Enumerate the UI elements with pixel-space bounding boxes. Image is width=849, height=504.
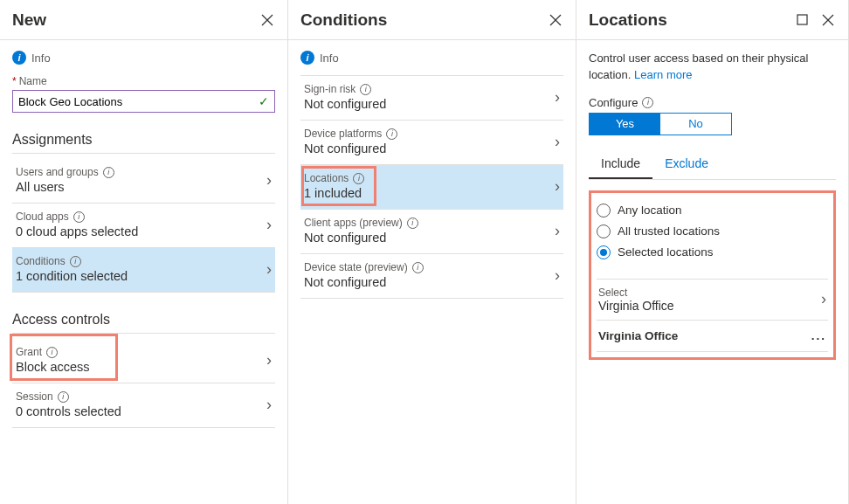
cloud-apps-row[interactable]: Cloud appsi 0 cloud apps selected › — [12, 204, 275, 248]
chevron-right-icon: › — [555, 177, 560, 196]
radio-trusted-locations[interactable]: All trusted locations — [597, 221, 828, 242]
session-label: Session — [16, 390, 53, 403]
cloud-value: 0 cloud apps selected — [16, 224, 138, 238]
info-icon: i — [386, 128, 397, 140]
chevron-right-icon: › — [266, 396, 272, 414]
location-name: Virginia Office — [598, 329, 678, 342]
signin-risk-row[interactable]: Sign-in riski Not configured › — [300, 75, 563, 121]
chevron-right-icon: › — [555, 266, 560, 285]
access-controls-heading: Access controls — [12, 312, 275, 334]
locations-description: Control user access based on their physi… — [589, 51, 836, 84]
info-row[interactable]: i Info — [12, 51, 275, 65]
grant-label: Grant — [16, 346, 42, 358]
include-exclude-tabs: Include Exclude — [589, 149, 836, 180]
info-icon: i — [103, 167, 114, 178]
chevron-right-icon: › — [555, 133, 560, 151]
panel-title: Conditions — [300, 10, 387, 30]
info-icon: i — [58, 391, 69, 403]
chevron-right-icon: › — [266, 216, 272, 234]
location-options-highlight: Any location All trusted locations Selec… — [589, 190, 836, 360]
conditions-value: 1 condition selected — [16, 269, 128, 283]
device-value: Not configured — [304, 142, 397, 155]
check-icon: ✓ — [259, 94, 269, 108]
chevron-right-icon: › — [266, 171, 272, 190]
assignments-heading: Assignments — [12, 132, 275, 154]
radio-icon — [597, 245, 611, 259]
locations-label: Locations — [304, 172, 349, 184]
radio-label: All trusted locations — [618, 224, 720, 238]
users-label: Users and groups — [16, 166, 99, 178]
radio-any-location[interactable]: Any location — [597, 200, 828, 221]
locations-value: 1 included — [304, 186, 364, 200]
panel-header: Locations — [576, 0, 848, 40]
name-label: *Name — [12, 75, 275, 87]
users-value: All users — [16, 180, 114, 194]
info-icon: i — [46, 347, 58, 358]
chevron-right-icon: › — [555, 88, 560, 107]
conditions-row[interactable]: Conditionsi 1 condition selected › — [12, 248, 275, 293]
tab-include[interactable]: Include — [589, 149, 652, 179]
name-input-wrap[interactable]: ✓ — [12, 90, 275, 113]
info-icon: i — [70, 256, 81, 267]
configure-label: Configure — [589, 96, 638, 109]
chevron-right-icon: › — [555, 222, 560, 240]
users-groups-row[interactable]: Users and groupsi All users › — [12, 159, 275, 204]
configure-toggle[interactable]: Yes No — [589, 113, 732, 135]
cloud-label: Cloud apps — [16, 211, 69, 223]
radio-selected-locations[interactable]: Selected locations — [597, 242, 828, 263]
panel-locations: Locations Control user access based on t… — [576, 0, 849, 504]
radio-label: Any location — [618, 204, 682, 217]
state-value: Not configured — [304, 275, 424, 289]
panel-header: New — [0, 0, 287, 40]
location-entry: Virginia Office ... — [597, 321, 828, 352]
close-icon[interactable] — [259, 12, 275, 28]
device-platforms-row[interactable]: Device platformsi Not configured › — [300, 121, 563, 165]
toggle-no[interactable]: No — [660, 114, 731, 135]
conditions-label: Conditions — [16, 255, 66, 267]
toggle-yes[interactable]: Yes — [590, 114, 660, 135]
close-icon[interactable] — [820, 12, 836, 28]
select-label: Select — [598, 287, 674, 299]
client-value: Not configured — [304, 231, 418, 245]
info-icon: i — [407, 217, 418, 229]
grant-value: Block access — [16, 360, 90, 374]
close-icon[interactable] — [548, 12, 563, 28]
more-icon[interactable]: ... — [811, 329, 842, 342]
info-icon: i — [353, 173, 364, 184]
info-icon: i — [300, 51, 314, 65]
signin-label: Sign-in risk — [304, 83, 355, 95]
panel-title: Locations — [589, 10, 667, 30]
client-apps-row[interactable]: Client apps (preview)i Not configured › — [300, 210, 563, 254]
select-location-row[interactable]: Select Virginia Office › — [597, 279, 828, 321]
name-input[interactable] — [18, 95, 259, 108]
session-row[interactable]: Sessioni 0 controls selected › — [12, 383, 275, 428]
chevron-right-icon: › — [821, 290, 842, 308]
tab-exclude[interactable]: Exclude — [652, 149, 721, 179]
client-label: Client apps (preview) — [304, 217, 403, 229]
info-icon: i — [12, 51, 26, 65]
radio-icon — [597, 204, 611, 217]
panel-new: New i Info *Name ✓ Assignments Users and… — [0, 0, 288, 504]
info-icon: i — [360, 84, 371, 95]
info-icon: i — [642, 97, 653, 108]
panel-header: Conditions — [288, 0, 576, 40]
device-state-row[interactable]: Device state (preview)i Not configured › — [300, 254, 563, 299]
info-label: Info — [320, 52, 339, 65]
panel-title: New — [12, 10, 46, 30]
grant-row[interactable]: Granti Block access › — [12, 339, 275, 383]
info-label: Info — [31, 52, 51, 65]
radio-icon — [597, 224, 611, 238]
learn-more-link[interactable]: Learn more — [634, 68, 692, 81]
panel-conditions: Conditions i Info Sign-in riski Not conf… — [288, 0, 576, 504]
radio-label: Selected locations — [618, 245, 714, 259]
info-icon: i — [73, 211, 85, 223]
select-value: Virginia Office — [598, 299, 674, 313]
info-row[interactable]: i Info — [300, 51, 563, 65]
info-icon: i — [412, 262, 424, 273]
svg-rect-0 — [797, 15, 807, 24]
signin-value: Not configured — [304, 97, 386, 111]
maximize-icon[interactable] — [794, 12, 810, 28]
locations-row[interactable]: Locationsi 1 included › — [300, 165, 563, 210]
session-value: 0 controls selected — [16, 404, 121, 418]
state-label: Device state (preview) — [304, 261, 408, 273]
